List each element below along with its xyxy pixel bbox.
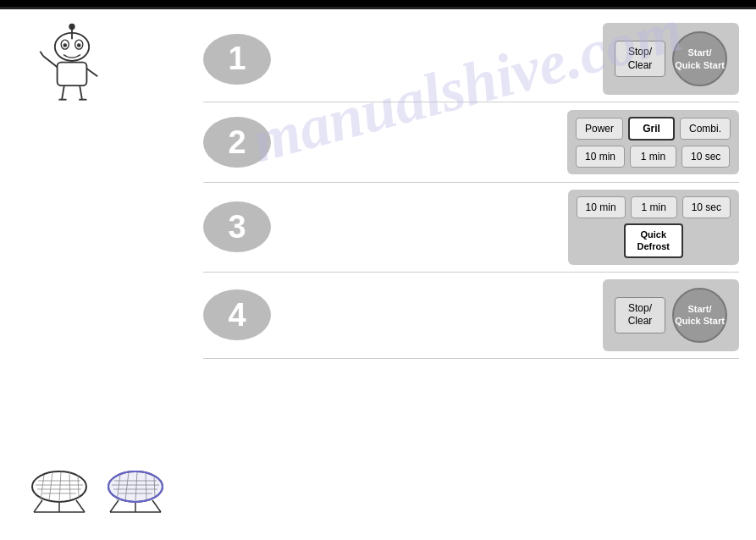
svg-line-9 (62, 85, 64, 100)
step-2-panel: Power Gril Combi. 10 min 1 min 10 sec (567, 110, 739, 175)
left-column (0, 9, 203, 540)
10min-button-3[interactable]: 10 min (577, 196, 626, 218)
svg-point-44 (108, 471, 163, 502)
stop-clear-button-4[interactable]: Stop/Clear (615, 297, 665, 333)
plate-image-1 (25, 451, 93, 515)
mascot-image (25, 22, 119, 115)
svg-line-26 (49, 472, 52, 500)
10sec-button-3[interactable]: 10 sec (682, 196, 731, 218)
step-row-1: 1 Stop/Clear Start/Quick Start (203, 16, 739, 102)
step-4-panel: Stop/Clear Start/Quick Start (603, 279, 739, 351)
combi-button[interactable]: Combi. (680, 118, 731, 140)
svg-line-30 (110, 500, 119, 512)
step-2-row-1: Power Gril Combi. (576, 117, 731, 141)
step-3-row-2: QuickDefrost (577, 223, 731, 257)
food-images (25, 451, 169, 540)
10sec-button-2[interactable]: 10 sec (682, 146, 730, 168)
svg-line-10 (80, 85, 82, 100)
step-number-3: 3 (203, 201, 271, 252)
step-3-panel: 10 min 1 min 10 sec QuickDefrost (568, 190, 739, 265)
step-4-content: Stop/Clear Start/Quick Start (288, 279, 739, 351)
svg-point-1 (69, 24, 74, 30)
step-row-4: 4 Stop/Clear Start/Quick Start (203, 273, 739, 359)
step-1-content: Stop/Clear Start/Quick Start (288, 23, 739, 95)
svg-line-13 (43, 56, 57, 67)
step-row-3: 3 10 min 1 min 10 sec QuickDefrost (203, 183, 739, 273)
step-3-content: 10 min 1 min 10 sec QuickDefrost (288, 190, 739, 265)
top-bar (0, 0, 756, 7)
step-3-row-1: 10 min 1 min 10 sec (577, 196, 731, 218)
svg-line-14 (40, 52, 43, 56)
main-content: 1 Stop/Clear Start/Quick Start 2 Power G… (0, 9, 756, 540)
svg-line-27 (59, 471, 61, 502)
quick-defrost-button[interactable]: QuickDefrost (624, 223, 683, 257)
step-1-panel: Stop/Clear Start/Quick Start (603, 23, 739, 95)
svg-rect-7 (58, 63, 87, 85)
start-quick-start-button-4[interactable]: Start/Quick Start (672, 288, 727, 343)
step-2-content: Power Gril Combi. 10 min 1 min 10 sec (288, 110, 739, 175)
svg-point-5 (63, 43, 67, 47)
svg-line-29 (78, 475, 79, 498)
svg-line-15 (86, 69, 97, 76)
svg-point-6 (77, 43, 81, 47)
step-number-2: 2 (203, 117, 271, 168)
svg-line-18 (76, 500, 85, 512)
start-quick-start-button-1[interactable]: Start/Quick Start (672, 31, 727, 86)
plate-image-2 (102, 451, 169, 515)
svg-line-28 (69, 472, 70, 500)
1min-button-3[interactable]: 1 min (631, 196, 677, 218)
1min-button-2[interactable]: 1 min (630, 146, 676, 168)
svg-line-16 (34, 500, 42, 512)
svg-line-32 (152, 500, 161, 512)
10min-button-2[interactable]: 10 min (576, 146, 625, 168)
step-row-2: 2 Power Gril Combi. 10 min 1 min 10 sec (203, 102, 739, 183)
right-column: 1 Stop/Clear Start/Quick Start 2 Power G… (203, 9, 756, 540)
power-button[interactable]: Power (576, 118, 623, 140)
step-number-4: 4 (203, 289, 271, 340)
svg-line-25 (41, 475, 44, 500)
stop-clear-button-1[interactable]: Stop/Clear (615, 41, 665, 77)
grill-button[interactable]: Gril (628, 117, 675, 141)
step-number-1: 1 (203, 34, 271, 85)
step-2-row-2: 10 min 1 min 10 sec (576, 146, 731, 168)
